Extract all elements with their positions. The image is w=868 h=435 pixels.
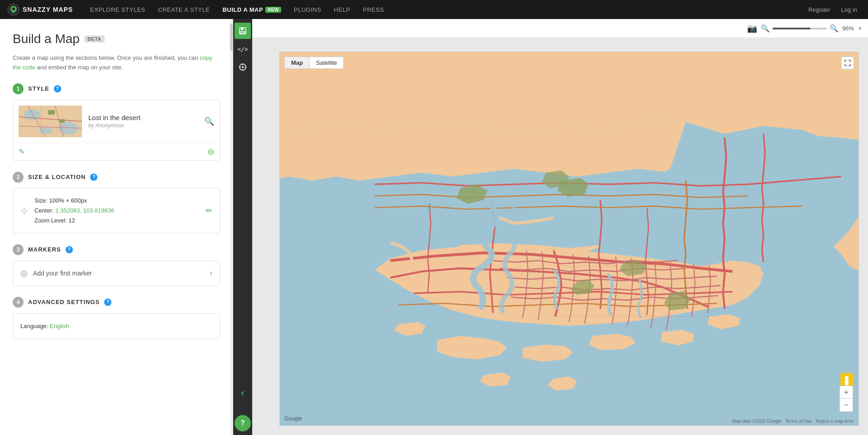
markers-left: ◎ Add your first marker — [20, 268, 92, 278]
nav-explore-styles[interactable]: EXPLORE STYLES — [84, 0, 152, 19]
section-advanced: 4 ADVANCED SETTINGS ? Language: English — [13, 297, 220, 339]
zoom-out-icon: 🔍 — [761, 24, 770, 33]
size-location-edit-icon[interactable]: ✏ — [206, 206, 212, 216]
svg-rect-14 — [241, 28, 244, 30]
marker-icon: ◎ — [20, 268, 28, 278]
style-edit-icon[interactable]: ✎ — [19, 147, 24, 156]
zoom-slider[interactable] — [772, 28, 827, 29]
nav-links: EXPLORE STYLES CREATE A STYLE BUILD A MA… — [84, 0, 805, 19]
markers-arrow-icon: › — [210, 268, 212, 278]
section-number-2: 2 — [13, 172, 24, 183]
nav-plugins[interactable]: PLUGINS — [288, 0, 328, 19]
style-search-icon[interactable]: 🔍 — [204, 116, 214, 126]
zoom-row: Zoom Level: 12 — [34, 216, 199, 226]
new-badge: NEW — [265, 7, 281, 13]
map-zoom-in-button[interactable]: + — [840, 386, 853, 399]
scroll-thumb — [230, 24, 233, 51]
section-title-advanced: ADVANCED SETTINGS — [28, 299, 100, 305]
advanced-card: Language: English — [13, 313, 220, 339]
style-thumbnail-svg — [19, 106, 82, 137]
advanced-help-icon[interactable]: ? — [104, 299, 111, 306]
zoom-level-text: 96% — [842, 25, 854, 32]
code-icon: </> — [237, 46, 248, 53]
style-thumbnail — [19, 106, 82, 137]
page-title: Build a Map BETA — [13, 32, 220, 46]
map-type-satellite-button[interactable]: Satellite — [310, 57, 343, 68]
style-help-icon[interactable]: ? — [54, 85, 61, 92]
style-name: Lost in the desert — [88, 114, 198, 121]
toolbar-code-button[interactable]: </> — [235, 41, 251, 57]
left-panel: Build a Map BETA Create a map using the … — [0, 19, 233, 435]
nav-build-map[interactable]: BUILD A MAP NEW — [216, 0, 288, 19]
terms-link[interactable]: Terms of Use — [785, 419, 812, 424]
toolbar-save-button[interactable] — [235, 23, 251, 39]
logo-text: SNAZZY MAPS — [23, 6, 73, 13]
map-view[interactable]: Map Satellite — [279, 52, 859, 426]
nav-help[interactable]: HELP — [328, 0, 357, 19]
fullscreen-icon — [844, 60, 851, 66]
toolbar-help-button[interactable]: ? — [235, 415, 251, 431]
section-number-3: 3 — [13, 244, 24, 255]
logo-icon — [7, 3, 20, 16]
save-icon — [239, 27, 247, 35]
section-style: 1 STYLE ? — [13, 83, 220, 161]
camera-icon[interactable]: 📷 — [747, 24, 757, 34]
map-credits: Map data ©2020 Google Terms of Use Repor… — [732, 419, 854, 424]
svg-rect-16 — [241, 32, 244, 33]
login-button[interactable]: Log in — [838, 6, 861, 13]
language-link[interactable]: English — [50, 323, 69, 329]
markers-card[interactable]: ◎ Add your first marker › — [13, 261, 220, 286]
size-location-info: Size: 100% × 600px Center: 1.352083, 103… — [34, 196, 199, 226]
toolbar-collapse-button[interactable] — [235, 388, 251, 399]
map-type-toggle: Map Satellite — [284, 57, 344, 69]
zoom-slider-container: 🔍 🔍 — [761, 24, 839, 33]
map-type-map-button[interactable]: Map — [285, 57, 310, 68]
help-icon: ? — [240, 419, 245, 427]
style-author: by Anonymous — [88, 122, 198, 129]
map-top-bar: 📷 🔍 🔍 96% ▼ — [252, 19, 868, 38]
section-title-style: STYLE — [28, 85, 49, 92]
zoom-slider-fill — [772, 28, 810, 29]
section-markers: 3 MARKERS ? ◎ Add your first marker › — [13, 244, 220, 286]
section-style-header: 1 STYLE ? — [13, 83, 220, 94]
fullscreen-button[interactable] — [841, 57, 854, 69]
beta-badge: BETA — [84, 35, 105, 43]
zoom-in-icon: 🔍 — [830, 24, 839, 33]
section-advanced-header: 4 ADVANCED SETTINGS ? — [13, 297, 220, 308]
nav-press[interactable]: PRESS — [357, 0, 391, 19]
style-delete-icon[interactable]: ⊖ — [207, 147, 214, 157]
map-area: 📷 🔍 🔍 96% ▼ Map Satellite — [252, 19, 868, 435]
nav-create-style[interactable]: CREATE A STYLE — [152, 0, 216, 19]
size-location-help-icon[interactable]: ? — [90, 174, 97, 181]
map-zoom-out-button[interactable]: − — [840, 399, 853, 411]
language-row: Language: English — [20, 321, 212, 331]
street-view-icon — [843, 376, 850, 387]
map-canvas: Map Satellite — [252, 38, 868, 435]
scroll-indicator[interactable] — [230, 19, 233, 435]
zoom-dropdown-icon[interactable]: ▼ — [858, 26, 863, 31]
register-button[interactable]: Register — [805, 6, 834, 13]
svg-point-18 — [242, 66, 244, 68]
style-card-content: Lost in the desert by Anonymous 🔍 — [13, 100, 220, 143]
copy-code-link[interactable]: copy the code — [13, 54, 212, 71]
location-icon — [239, 63, 247, 71]
section-title-size-location: SIZE & LOCATION — [28, 174, 86, 180]
report-map-error-link[interactable]: Report a map error — [816, 419, 854, 424]
center-row: Center: 1.352083, 103.819836 — [34, 206, 199, 216]
size-row: Size: 100% × 600px — [34, 196, 199, 206]
toolbar-location-button[interactable] — [235, 59, 251, 75]
google-logo: Google — [284, 416, 302, 422]
section-markers-header: 3 MARKERS ? — [13, 244, 220, 255]
logo[interactable]: SNAZZY MAPS — [7, 3, 73, 16]
svg-point-5 — [39, 127, 53, 134]
svg-rect-11 — [48, 110, 55, 115]
style-info: Lost in the desert by Anonymous — [88, 114, 198, 129]
map-zoom-controls: + − — [839, 386, 853, 412]
page-description: Create a map using the sections below. O… — [13, 53, 220, 72]
center-link[interactable]: 1.352083, 103.819836 — [55, 207, 114, 214]
markers-help-icon[interactable]: ? — [66, 246, 73, 253]
crosshair-icon: ⊹ — [20, 205, 28, 216]
section-number-4: 4 — [13, 297, 24, 308]
svg-point-24 — [845, 376, 849, 380]
style-card: Lost in the desert by Anonymous 🔍 ✎ ⊖ — [13, 100, 220, 161]
